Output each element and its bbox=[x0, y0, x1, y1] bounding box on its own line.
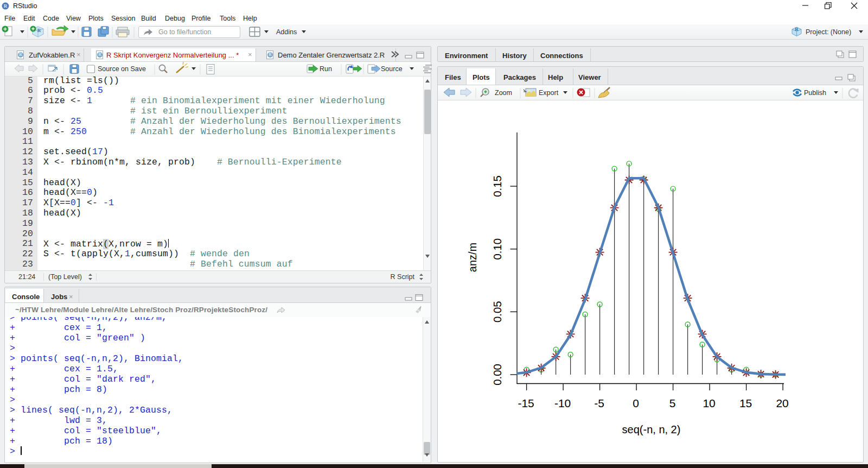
svg-text:R: R bbox=[4, 3, 8, 9]
svg-text:anz/m: anz/m bbox=[467, 243, 478, 272]
svg-text:15: 15 bbox=[739, 397, 752, 409]
svg-text:0.00: 0.00 bbox=[492, 364, 503, 385]
svg-text:-10: -10 bbox=[554, 397, 571, 409]
svg-text:5: 5 bbox=[669, 397, 676, 409]
svg-text:-15: -15 bbox=[518, 397, 534, 409]
svg-text:0.05: 0.05 bbox=[492, 301, 503, 322]
svg-text:R: R bbox=[37, 28, 41, 33]
svg-text:seq(-n, n, 2): seq(-n, n, 2) bbox=[622, 423, 681, 435]
svg-text:10: 10 bbox=[703, 397, 715, 409]
svg-text:R: R bbox=[795, 27, 799, 32]
svg-text:0.15: 0.15 bbox=[492, 175, 503, 197]
svg-text:0.10: 0.10 bbox=[492, 238, 503, 260]
svg-text:-5: -5 bbox=[594, 397, 604, 409]
svg-text:0: 0 bbox=[633, 397, 639, 409]
svg-text:20: 20 bbox=[776, 397, 788, 409]
